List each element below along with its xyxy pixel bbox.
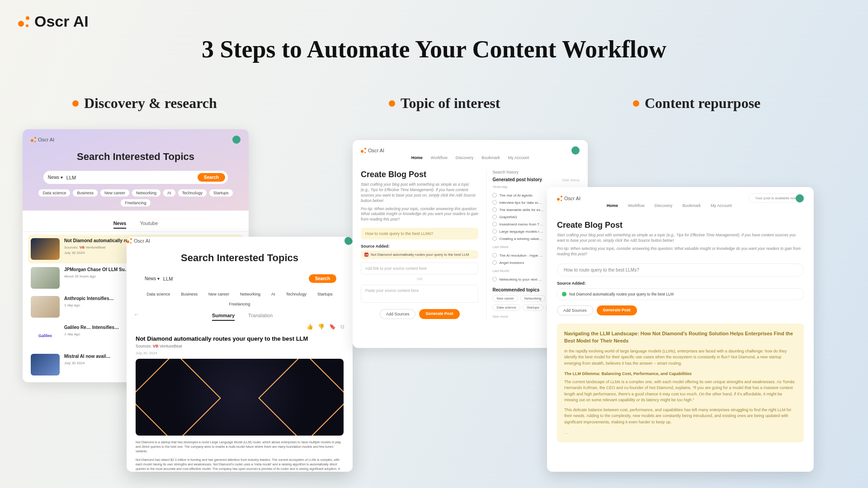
copy-icon[interactable]: ⧉ (340, 324, 344, 330)
back-icon[interactable]: ← (134, 311, 139, 318)
feed-date: July 30 2024 (64, 361, 110, 365)
search-input[interactable]: LLM (66, 175, 194, 180)
create-desc-1: Start crafting your blog post with somet… (557, 233, 804, 244)
article-title: Not Diamond automatically routes your qu… (136, 335, 344, 342)
feed-title: Galileo Re… Intensifies… (64, 325, 119, 331)
source-tabs: News Youtube (23, 217, 249, 232)
generate-button[interactable]: Generate Post (597, 305, 637, 315)
rec-chip[interactable]: Data science (492, 304, 520, 311)
topic-input[interactable]: How to route query to the best LLMs? (361, 228, 478, 239)
thumbs-down-icon[interactable]: 👎 (318, 324, 325, 330)
mini-brand-name: Oscr AI (38, 137, 54, 142)
paste-input[interactable]: Paste your source content here (361, 285, 478, 303)
chip[interactable]: Technology (178, 189, 207, 197)
chip[interactable]: Startups (313, 291, 337, 298)
rec-chip[interactable]: Startups (523, 304, 543, 311)
chip[interactable]: New career (204, 291, 233, 298)
step-3-text: Content repurpose (645, 95, 760, 112)
chip[interactable]: Freelancing (121, 199, 150, 206)
discovery-card-front: Oscr AI Search Interested Topics News ▾ … (127, 237, 353, 472)
add-sources-button[interactable]: Add Sources (557, 305, 593, 315)
chip[interactable]: Business (177, 291, 202, 298)
chip[interactable]: Business (73, 189, 98, 197)
nav-account[interactable]: My Account (508, 155, 529, 160)
thumbnail (31, 267, 60, 289)
create-title: Create Blog Post (557, 221, 804, 230)
chip[interactable]: Data science (38, 189, 70, 197)
feed-date: 1 day ago (64, 332, 119, 336)
rec-chip[interactable]: New career (492, 295, 518, 302)
thumbs-up-icon[interactable]: 👍 (307, 324, 313, 330)
avatar[interactable] (232, 136, 241, 144)
chip[interactable]: AI (163, 189, 175, 197)
create-desc-1: Start crafting your blog post with somet… (361, 182, 478, 204)
chip[interactable]: Freelancing (225, 300, 254, 308)
thumbnail (31, 296, 60, 318)
avatar[interactable] (571, 146, 580, 155)
summary-tabs: Summary Translation (139, 313, 345, 321)
create-desc-2: Pro-tip: When selecting your topic, cons… (557, 246, 804, 257)
chip[interactable]: Technology (282, 291, 311, 298)
generated-title: Navigating the LLM Landscape: How Not Di… (564, 330, 797, 345)
step-3-label: Content repurpose (633, 95, 760, 112)
tab-translation[interactable]: Translation (248, 313, 273, 321)
brand-logo-icon (17, 15, 30, 28)
nav-workflow[interactable]: Workflow (431, 155, 448, 160)
nav-home[interactable]: Home (411, 155, 423, 160)
bullet-icon (389, 100, 395, 107)
search-button[interactable]: Search (309, 274, 336, 283)
search-bar[interactable]: News ▾ LLM Search (43, 171, 228, 184)
nav-bookmark[interactable]: Bookmark (682, 203, 701, 208)
chip[interactable]: New career (100, 189, 129, 197)
tab-summary[interactable]: Summary (212, 313, 235, 321)
chip[interactable]: AI (267, 291, 279, 298)
toast-notification: Your post is available now! (749, 193, 805, 203)
generate-button[interactable]: Generate Post (419, 309, 459, 319)
chip[interactable]: Data science (142, 291, 174, 298)
top-nav: Home Workflow Discovery Bookmark My Acco… (607, 203, 804, 208)
feed-title: Mistral AI now avail… (64, 354, 110, 360)
rec-chip[interactable]: Networking (520, 295, 546, 302)
search-heading: Search Interested Topics (31, 151, 241, 163)
chip[interactable]: Networking (236, 291, 264, 298)
source-chip[interactable]: Not Diamond automatically routes your qu… (557, 288, 804, 300)
category-dropdown[interactable]: News ▾ (48, 175, 63, 180)
nav-bookmark[interactable]: Bookmark (481, 155, 500, 160)
search-bar[interactable]: News ▾ LLM Search (140, 272, 339, 285)
mini-logo: Oscr AI (557, 196, 580, 201)
thumbnail (31, 354, 60, 375)
nav-workflow[interactable]: Workflow (628, 203, 645, 208)
chip[interactable]: Networking (132, 189, 160, 197)
step-1-text: Discovery & research (84, 95, 217, 112)
step-1-label: Discovery & research (72, 95, 217, 112)
top-nav: Home Workflow Discovery Bookmark My Acco… (361, 155, 580, 160)
step-2-label: Topic of interest (389, 95, 500, 112)
nav-discovery[interactable]: Discovery (456, 155, 474, 160)
link-input[interactable]: Add link to your source content here (361, 263, 478, 274)
nav-home[interactable]: Home (607, 203, 618, 208)
topic-input[interactable]: How to route query to the best LLMs? (557, 263, 804, 277)
generated-p3: This delicate balance between cost, perf… (564, 407, 797, 426)
feed-date: 1 day ago (64, 303, 113, 307)
category-dropdown[interactable]: News ▾ (145, 276, 160, 281)
nav-account[interactable]: My Account (711, 203, 732, 208)
feed-title: Anthropic Intensifies… (64, 296, 113, 302)
chip[interactable]: Startups (209, 189, 233, 197)
search-input[interactable]: LLM (163, 276, 305, 282)
tab-youtube[interactable]: Youtube (140, 221, 158, 229)
source-chip[interactable]: VB Not Diamond automatically routes your… (361, 250, 478, 259)
clear-history-link[interactable]: Clear history (562, 178, 580, 182)
source-added-label: Source Added: (361, 244, 478, 249)
add-sources-button[interactable]: Add Sources (380, 309, 416, 319)
bullet-icon (633, 100, 639, 107)
tab-news[interactable]: News (113, 221, 127, 229)
mini-logo: Oscr AI (361, 148, 384, 153)
avatar[interactable] (344, 237, 353, 245)
generated-p1: In the rapidly evolving world of large l… (564, 348, 797, 367)
search-button[interactable]: Search (198, 173, 225, 182)
feed-date: About 20 hours ago (64, 274, 129, 278)
bookmark-icon[interactable]: 🔖 (329, 324, 336, 330)
nav-discovery[interactable]: Discovery (655, 203, 673, 208)
mini-logo: Oscr AI (127, 238, 150, 244)
topic-chips: Data science Business New career Network… (31, 189, 241, 206)
